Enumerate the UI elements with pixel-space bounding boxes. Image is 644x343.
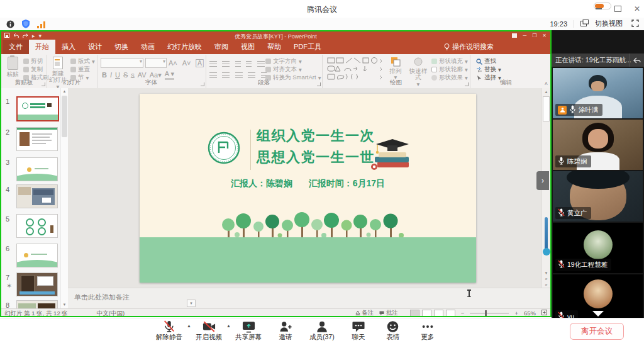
scroll-down-arrow[interactable]: ▼ [542,271,550,275]
text-direction-button[interactable]: 文字方向 ▾ [265,57,321,65]
bullets-button[interactable] [209,61,217,67]
invite-button[interactable]: 邀请 [275,320,296,342]
copy-button[interactable]: 复制 [23,65,49,74]
maximize-button[interactable] [614,6,621,12]
thumbnail-scrollbar[interactable]: ▲ ▼ [60,88,68,308]
ribbon-tab-2[interactable]: 开始 [29,40,55,54]
slide-thumbnail[interactable] [16,127,58,151]
notes-collapse-button[interactable]: ▾ [187,300,196,307]
signal-strength-icon[interactable] [37,20,46,31]
normal-view-button[interactable] [410,310,419,317]
align-text-button[interactable]: 对齐文本 ▾ [265,65,321,74]
zoom-slider[interactable] [470,313,509,313]
scroll-up-arrow[interactable]: ▲ [542,88,550,96]
slide-thumbnail[interactable] [16,184,58,208]
decrease-indent-button[interactable] [235,61,241,67]
font-dialog-launcher[interactable] [201,82,204,86]
scrollbar-thumb[interactable] [62,96,67,137]
participant-tile[interactable]: 黄立广 [553,171,643,222]
comments-toggle[interactable]: 批注 [379,309,398,317]
slide-thumbnail[interactable] [16,300,58,308]
emoji-button[interactable]: 表情 [382,320,404,342]
bold-button[interactable]: B [102,71,107,79]
notes-placeholder[interactable]: 单击此处添加备注 [74,293,130,302]
leave-meeting-button[interactable]: 离开会议 [570,323,624,340]
shape-outline-button[interactable]: 形状轮廓 ▾ [431,65,468,74]
fullscreen-icon[interactable] [631,20,639,28]
language-status[interactable]: 中文(中国) [97,310,125,317]
align-right-button[interactable] [235,72,243,79]
line-spacing-button[interactable] [257,61,265,67]
current-slide-canvas[interactable]: 组织入党一生一次 思想入党一生一世 汇报人：陈碧娴 汇报时间：6月17日 [140,94,476,283]
paste-button[interactable]: 粘贴 [3,57,23,77]
numbering-button[interactable] [222,61,230,67]
underline-button[interactable]: U [115,71,120,79]
slide-thumbnail[interactable] [16,157,58,181]
align-center-button[interactable] [222,72,230,79]
ribbon-tab-8[interactable]: 审阅 [208,40,235,54]
replace-button[interactable]: 替换 ▾ [476,65,501,74]
align-left-button[interactable] [209,72,217,79]
strikethrough-button[interactable]: S [123,71,128,79]
ribbon-tab-7[interactable]: 幻灯片放映 [161,40,208,54]
camera-off-button[interactable]: 开启视频▲ [196,320,222,342]
ribbon-tab-3[interactable]: 插入 [55,40,82,54]
slide-thumbnail[interactable] [16,96,59,121]
italic-button[interactable]: I [110,71,112,79]
switch-view-icon[interactable] [580,20,589,28]
slide-editor-area[interactable]: 组织入党一生一次 思想入党一生一世 汇报人：陈碧娴 汇报时间：6月17日 [68,88,542,288]
zoom-level[interactable]: 65% [524,310,536,317]
minimize-button[interactable] [596,8,602,9]
collapse-ribbon-button[interactable]: ˄ [545,81,548,87]
cut-button[interactable]: 剪切 [23,57,49,65]
reset-button[interactable]: 重置 [70,65,95,74]
zoom-out-button[interactable]: − [461,310,465,317]
sidebar-back-arrow[interactable] [630,53,644,67]
zoom-slider-thumb[interactable] [485,310,487,316]
font-name-select[interactable] [101,58,143,68]
blue-slider-indicator[interactable] [545,217,548,252]
scrollbar-thumb[interactable] [543,96,550,121]
find-button[interactable]: 查找 [476,57,501,65]
scroll-up-arrow[interactable]: ▲ [61,88,68,95]
ribbon-tab-4[interactable]: 设计 [82,40,108,54]
ribbon-tab-10[interactable]: 帮助 [261,40,287,54]
expand-caret-icon[interactable]: ▲ [226,323,231,328]
participant-tile[interactable]: 涂叶满 [553,68,643,118]
grow-font-button[interactable]: A˄ [169,59,177,67]
slideshow-view-button[interactable] [446,310,455,317]
notes-pane[interactable]: 单击此处添加备注 ▾ [68,288,550,309]
ribbon-tab-6[interactable]: 动画 [135,40,161,54]
expand-caret-icon[interactable]: ▲ [187,323,191,328]
fit-to-window-button[interactable] [541,310,547,317]
shape-fill-button[interactable]: 形状填充 ▾ [431,57,468,65]
slide-thumbnail[interactable] [16,244,58,267]
clear-format-button[interactable]: 🄰 [196,59,204,67]
switch-view-button[interactable]: 切换视图 [595,19,623,28]
shadow-button[interactable]: s̲ [131,71,135,79]
more-button[interactable]: 更多 [417,320,438,342]
sidebar-collapse-tab[interactable]: › [536,171,549,190]
tellme-box[interactable]: 操作说明搜索 [444,42,494,54]
previous-slide-button[interactable]: « [542,277,550,282]
notes-toggle[interactable]: 备注 [355,309,374,317]
chat-button[interactable]: 聊天 [348,320,369,342]
char-spacing-button[interactable]: AV [138,71,147,79]
slide-thumbnail[interactable] [16,273,58,296]
layout-button[interactable]: 版式 ▾ [70,57,95,65]
ribbon-tab-9[interactable]: 视图 [235,40,261,54]
shrink-font-button[interactable]: A˅ [182,59,191,67]
drawing-dialog-launcher[interactable] [465,82,469,86]
change-case-button[interactable]: Aa▾ [150,71,162,79]
participant-tile[interactable]: 陈碧娴 [553,120,643,170]
paragraph-dialog-launcher[interactable] [317,82,321,86]
close-button[interactable]: ✕ [634,5,640,13]
ribbon-tab-1[interactable]: 文件 [3,40,29,54]
zoom-in-button[interactable]: + [514,310,518,317]
ppt-restore-icon[interactable]: ❐ [532,33,536,38]
ribbon-tab-11[interactable]: PDF工具 [287,40,328,54]
font-size-select[interactable] [145,58,167,68]
meeting-info-icon[interactable] [6,20,14,31]
reading-view-button[interactable] [434,310,443,317]
ppt-close-icon[interactable]: ✕ [542,33,547,38]
